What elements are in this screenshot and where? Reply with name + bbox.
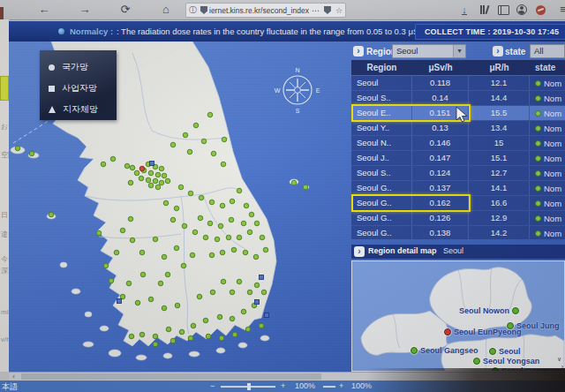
scrollbar-right-arrow[interactable]: › — [555, 373, 565, 381]
station-dot-green[interactable] — [209, 253, 215, 258]
secondary-zoom-in[interactable]: + — [339, 381, 343, 390]
station-dot-green[interactable] — [181, 263, 186, 268]
account-icon[interactable] — [515, 3, 529, 17]
zoom-slider[interactable] — [221, 386, 275, 388]
station-dot-green[interactable] — [230, 199, 235, 204]
detail-station-seoul-nowon[interactable]: Seoul Nowon — [459, 306, 519, 315]
station-dot-green[interactable] — [139, 176, 144, 181]
horizontal-scrollbar[interactable]: ‹ › — [9, 372, 565, 381]
bookmark-star-icon[interactable]: ☆ — [335, 6, 343, 15]
station-dot-green[interactable] — [263, 247, 268, 253]
station-dot-green[interactable] — [237, 279, 242, 284]
table-row-10[interactable]: Seoul G..0.12612.9Nom — [351, 211, 565, 226]
station-dot-green[interactable] — [134, 170, 139, 176]
station-dot-green[interactable] — [130, 165, 135, 170]
station-dot-green[interactable] — [206, 334, 211, 339]
extension-icon[interactable] — [533, 3, 547, 17]
station-dot-green[interactable] — [198, 215, 203, 221]
station-dot-green[interactable] — [124, 163, 130, 169]
station-dot-green[interactable] — [128, 180, 133, 185]
station-dot-green[interactable] — [174, 206, 179, 211]
station-dot-green[interactable] — [128, 216, 133, 222]
table-row-6[interactable]: Seoul J..0.14715.1Nom — [351, 151, 565, 166]
station-dot-green[interactable] — [222, 137, 227, 142]
station-dot-green[interactable] — [165, 178, 170, 184]
forward-icon[interactable]: → — [76, 0, 94, 19]
detail-station-seoul-yongsan[interactable]: Seoul Yongsan — [473, 357, 539, 366]
station-dot-green[interactable] — [254, 283, 260, 288]
downloads-icon[interactable]: ↓ — [457, 3, 471, 17]
station-dot-green[interactable] — [192, 230, 198, 235]
station-dot-green[interactable] — [203, 235, 208, 240]
station-dot-green[interactable] — [254, 221, 260, 226]
station-dot-green[interactable] — [155, 185, 161, 190]
station-dot-green[interactable] — [247, 230, 252, 235]
station-dot-green[interactable] — [247, 290, 252, 295]
station-dot-green[interactable] — [148, 297, 154, 302]
station-dot-green[interactable] — [303, 185, 308, 190]
station-dot-green[interactable] — [146, 177, 151, 183]
station-dot-green[interactable] — [129, 334, 134, 339]
station-dot-green[interactable] — [179, 329, 185, 335]
station-dot-green[interactable] — [232, 332, 237, 337]
scrollbar-left-arrow[interactable]: ‹ — [9, 373, 19, 381]
state-dropdown[interactable]: All — [530, 44, 565, 58]
table-row-1[interactable]: Seoul0.11812.1Nom — [351, 76, 565, 91]
page-actions-icon[interactable]: ⋯ — [312, 6, 320, 15]
station-dot-green[interactable] — [135, 300, 140, 305]
station-dot-green[interactable] — [219, 335, 224, 341]
table-row-5[interactable]: Seoul N..0.14615Nom — [351, 136, 565, 151]
table-row-9[interactable]: Seoul G..0.16216.6Nom — [351, 196, 565, 211]
sidebar-icon[interactable] — [496, 3, 510, 17]
station-dot-green[interactable] — [166, 327, 171, 332]
station-dot-green[interactable] — [162, 254, 167, 260]
zoom-out-button[interactable]: − — [210, 381, 215, 390]
station-square-blue[interactable] — [150, 162, 154, 166]
station-dot-red[interactable] — [139, 166, 145, 171]
station-dot-green[interactable] — [165, 272, 170, 277]
station-dot-green[interactable] — [170, 338, 176, 343]
station-dot-green[interactable] — [162, 173, 167, 178]
station-dot-green[interactable] — [175, 303, 180, 308]
station-dot-green[interactable] — [174, 245, 179, 251]
station-dot-green[interactable] — [15, 146, 20, 151]
station-square-blue[interactable] — [255, 300, 260, 305]
station-dot-green[interactable] — [159, 180, 164, 185]
station-dot-green[interactable] — [245, 327, 251, 332]
seoul-detail-map[interactable]: Seoul NowonSeoul JungSeoul EunPyeongSeou… — [351, 260, 565, 372]
station-dot-green[interactable] — [120, 294, 125, 299]
station-dot-green[interactable] — [139, 332, 145, 337]
station-dot-green[interactable] — [188, 191, 193, 196]
station-dot-green[interactable] — [237, 235, 242, 240]
station-dot-green[interactable] — [261, 290, 267, 295]
station-dot-green[interactable] — [163, 200, 169, 206]
url-text[interactable]: iernet.kins.re.kr/second_index.asp?sido=… — [209, 6, 309, 15]
table-row-2[interactable]: Seoul S..0.1414.4Nom — [351, 91, 565, 106]
station-dot-green[interactable] — [126, 281, 132, 286]
station-dot-green[interactable] — [230, 316, 235, 321]
station-dot-green[interactable] — [249, 212, 254, 217]
detail-station-seoul-eunpyeong[interactable]: Seoul EunPyeong — [444, 328, 522, 336]
station-dot-green[interactable] — [190, 253, 195, 258]
station-dot-green[interactable] — [241, 221, 246, 226]
station-dot-green[interactable] — [130, 237, 135, 243]
site-info-icon[interactable]: ⓘ — [189, 4, 197, 16]
station-dot-green[interactable] — [109, 278, 114, 283]
station-dot-green[interactable] — [162, 305, 167, 311]
station-dot-green[interactable] — [153, 334, 158, 339]
table-row-7[interactable]: Seoul S..0.12412.7Nom — [351, 166, 565, 181]
station-dot-green[interactable] — [244, 203, 249, 208]
station-dot-green[interactable] — [210, 290, 215, 295]
station-dot-green[interactable] — [207, 112, 213, 117]
station-dot-green[interactable] — [148, 183, 154, 188]
scroll-down-icon[interactable]: ∨ — [557, 356, 561, 363]
station-dot-green[interactable] — [203, 318, 208, 323]
table-row-8[interactable]: Seoul G..0.13714.1Nom — [351, 181, 565, 196]
station-dot-green[interactable] — [221, 279, 226, 284]
station-dot-green[interactable] — [187, 149, 192, 155]
station-dot-green[interactable] — [226, 235, 231, 240]
back-icon[interactable]: ← — [35, 0, 53, 19]
detail-station-seoul[interactable]: Seoul — [489, 347, 521, 356]
station-dot-green[interactable] — [153, 342, 158, 347]
station-dot-green[interactable] — [153, 237, 158, 242]
